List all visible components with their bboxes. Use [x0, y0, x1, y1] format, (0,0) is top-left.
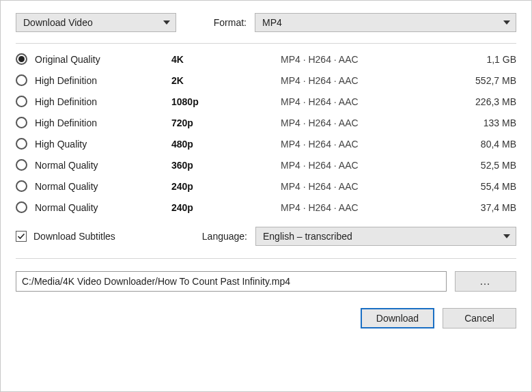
- language-selected: English – transcribed: [263, 231, 352, 242]
- radio-icon: [16, 96, 27, 107]
- quality-resolution: 480p: [171, 139, 281, 150]
- radio-icon: [16, 53, 27, 65]
- quality-codec: MP4 · H264 · AAC: [281, 160, 424, 171]
- quality-size: 1,1 GB: [424, 54, 516, 65]
- quality-codec: MP4 · H264 · AAC: [281, 75, 424, 86]
- action-selected: Download Video: [23, 17, 93, 28]
- quality-label: Normal Quality: [35, 181, 171, 192]
- format-selected: MP4: [262, 17, 282, 28]
- subtitles-checkbox[interactable]: [16, 231, 27, 242]
- quality-size: 52,5 MB: [424, 160, 516, 171]
- quality-option[interactable]: Normal Quality360pMP4 · H264 · AAC52,5 M…: [16, 159, 516, 171]
- download-dialog: Download Video Format: MP4 Original Qual…: [0, 0, 532, 392]
- divider: [16, 43, 516, 44]
- quality-codec: MP4 · H264 · AAC: [281, 139, 424, 150]
- radio-icon: [16, 159, 27, 171]
- quality-option[interactable]: High Definition2KMP4 · H264 · AAC552,7 M…: [16, 74, 516, 86]
- subtitles-row: Download Subtitles Language: English – t…: [16, 227, 516, 246]
- subtitles-label: Download Subtitles: [33, 231, 191, 242]
- save-path-input[interactable]: [16, 271, 447, 292]
- quality-label: High Definition: [35, 96, 171, 107]
- quality-size: 552,7 MB: [424, 75, 516, 86]
- quality-label: Normal Quality: [35, 160, 171, 171]
- cancel-button[interactable]: Cancel: [443, 308, 516, 328]
- action-dropdown[interactable]: Download Video: [16, 13, 176, 32]
- chevron-down-icon: [163, 20, 170, 25]
- quality-size: 80,4 MB: [424, 139, 516, 150]
- language-label: Language:: [191, 231, 255, 242]
- radio-icon: [16, 201, 27, 213]
- top-row: Download Video Format: MP4: [16, 13, 516, 32]
- quality-list: Original Quality4KMP4 · H264 · AAC1,1 GB…: [16, 53, 516, 213]
- quality-resolution: 1080p: [171, 96, 281, 107]
- quality-label: High Definition: [35, 117, 171, 128]
- radio-icon: [16, 74, 27, 86]
- quality-resolution: 360p: [171, 160, 281, 171]
- quality-codec: MP4 · H264 · AAC: [281, 54, 424, 65]
- quality-option[interactable]: High Quality480pMP4 · H264 · AAC80,4 MB: [16, 138, 516, 150]
- quality-label: Original Quality: [35, 54, 171, 65]
- quality-label: High Quality: [35, 139, 171, 150]
- quality-label: Normal Quality: [35, 202, 171, 213]
- quality-size: 55,4 MB: [424, 181, 516, 192]
- quality-option[interactable]: High Definition720pMP4 · H264 · AAC133 M…: [16, 117, 516, 128]
- quality-option[interactable]: Normal Quality240pMP4 · H264 · AAC55,4 M…: [16, 180, 516, 192]
- quality-option[interactable]: Original Quality4KMP4 · H264 · AAC1,1 GB: [16, 53, 516, 65]
- quality-resolution: 4K: [171, 54, 281, 65]
- browse-button[interactable]: …: [455, 271, 516, 292]
- download-button[interactable]: Download: [361, 308, 434, 328]
- radio-icon: [16, 180, 27, 192]
- quality-option[interactable]: High Definition1080pMP4 · H264 · AAC226,…: [16, 96, 516, 107]
- quality-resolution: 720p: [171, 117, 281, 128]
- language-dropdown[interactable]: English – transcribed: [255, 227, 516, 246]
- chevron-down-icon: [503, 20, 510, 25]
- quality-resolution: 240p: [171, 202, 281, 213]
- quality-size: 133 MB: [424, 117, 516, 128]
- radio-icon: [16, 138, 27, 150]
- quality-codec: MP4 · H264 · AAC: [281, 117, 424, 128]
- divider: [16, 258, 516, 259]
- quality-option[interactable]: Normal Quality240pMP4 · H264 · AAC37,4 M…: [16, 201, 516, 213]
- quality-codec: MP4 · H264 · AAC: [281, 202, 424, 213]
- quality-resolution: 240p: [171, 181, 281, 192]
- checkmark-icon: [17, 232, 25, 240]
- quality-resolution: 2K: [171, 75, 281, 86]
- quality-size: 226,3 MB: [424, 96, 516, 107]
- quality-label: High Definition: [35, 75, 171, 86]
- quality-codec: MP4 · H264 · AAC: [281, 181, 424, 192]
- quality-size: 37,4 MB: [424, 202, 516, 213]
- chevron-down-icon: [503, 234, 510, 238]
- quality-codec: MP4 · H264 · AAC: [281, 96, 424, 107]
- format-label: Format:: [204, 17, 255, 28]
- format-dropdown[interactable]: MP4: [255, 13, 516, 32]
- radio-icon: [16, 117, 27, 128]
- path-row: …: [16, 271, 516, 292]
- button-row: Download Cancel: [16, 308, 516, 328]
